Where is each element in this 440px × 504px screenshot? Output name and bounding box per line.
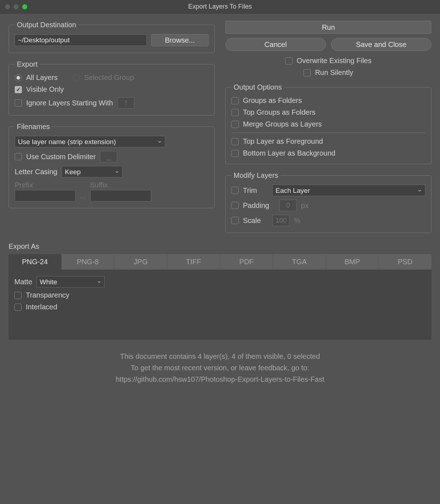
modify-layers-group: Modify Layers Trim Each Layer Padding px…: [225, 171, 431, 233]
run-silently-label: Run Silently: [315, 68, 353, 77]
tab-tiff[interactable]: TIFF: [167, 254, 220, 270]
output-destination-group: Output Destination Browse...: [9, 21, 215, 53]
suffix-label: Suffix: [90, 181, 108, 189]
trim-mode-select[interactable]: Each Layer: [272, 185, 425, 196]
custom-delimiter-input[interactable]: [100, 151, 117, 162]
tab-png8[interactable]: PNG-8: [62, 254, 115, 270]
minimize-icon[interactable]: [14, 4, 19, 9]
interlaced-checkbox[interactable]: [14, 304, 21, 311]
prefix-label: Prefix: [15, 181, 76, 189]
groups-as-folders-checkbox[interactable]: [231, 97, 239, 104]
custom-delimiter-checkbox[interactable]: [15, 153, 22, 160]
export-as-tabs: PNG-24 PNG-8 JPG TIFF PDF TGA BMP PSD: [9, 254, 431, 270]
window-title: Export Layers To Files: [0, 3, 440, 10]
matte-label: Matte: [14, 278, 32, 286]
trim-checkbox[interactable]: [231, 187, 239, 194]
all-layers-radio[interactable]: [15, 74, 22, 81]
top-groups-as-folders-checkbox[interactable]: [231, 109, 239, 116]
output-path-input[interactable]: [15, 34, 147, 46]
footer-line1: This document contains 4 layer(s), 4 of …: [14, 351, 426, 362]
output-options-group: Output Options Groups as Folders Top Gro…: [225, 83, 431, 164]
top-layer-fg-label: Top Layer as Foreground: [243, 137, 323, 146]
interlaced-label: Interlaced: [26, 303, 57, 311]
bottom-layer-bg-checkbox[interactable]: [231, 150, 239, 157]
prefix-input[interactable]: [15, 190, 76, 201]
modify-layers-legend: Modify Layers: [231, 171, 281, 180]
matte-select[interactable]: White: [37, 276, 105, 287]
tab-png24[interactable]: PNG-24: [9, 254, 62, 270]
filenames-legend: Filenames: [15, 123, 52, 131]
visible-only-checkbox[interactable]: [15, 86, 22, 93]
maximize-icon[interactable]: [22, 4, 27, 9]
padding-label: Padding: [243, 201, 275, 210]
bottom-layer-bg-label: Bottom Layer as Background: [243, 149, 335, 157]
ignore-prefix-input[interactable]: [117, 97, 134, 109]
naming-select[interactable]: Use layer name (strip extension): [15, 136, 165, 147]
tab-jpg[interactable]: JPG: [114, 254, 167, 270]
letter-casing-label: Letter Casing: [15, 168, 57, 176]
output-options-legend: Output Options: [231, 83, 284, 91]
tab-tga[interactable]: TGA: [273, 254, 326, 270]
export-group: Export All Layers Selected Group Visible…: [9, 60, 215, 115]
ellipsis: ...: [80, 192, 86, 200]
padding-unit: px: [301, 201, 309, 210]
selected-group-label: Selected Group: [84, 73, 134, 82]
transparency-checkbox[interactable]: [14, 292, 21, 299]
run-silently-checkbox[interactable]: [303, 69, 311, 76]
transparency-label: Transparency: [26, 291, 70, 299]
scale-checkbox[interactable]: [231, 217, 239, 224]
tab-pdf[interactable]: PDF: [220, 254, 273, 270]
overwrite-label: Overwrite Existing Files: [297, 57, 372, 65]
merge-groups-label: Merge Groups as Layers: [243, 120, 322, 128]
top-layer-fg-checkbox[interactable]: [231, 138, 239, 145]
ignore-prefix-label: Ignore Layers Starting With: [26, 99, 113, 107]
scale-unit: %: [294, 217, 300, 225]
groups-as-folders-label: Groups as Folders: [243, 96, 302, 105]
export-as-label: Export As: [9, 242, 431, 251]
save-close-button[interactable]: Save and Close: [331, 38, 432, 51]
padding-input[interactable]: [279, 200, 297, 211]
trim-label: Trim: [243, 186, 268, 195]
browse-button[interactable]: Browse...: [151, 34, 209, 46]
footer-line3: https://github.com/hsw107/Photoshop-Expo…: [14, 374, 426, 385]
top-groups-as-folders-label: Top Groups as Folders: [243, 108, 315, 117]
overwrite-checkbox[interactable]: [285, 57, 292, 65]
scale-input[interactable]: [272, 215, 290, 226]
export-as-body: Matte White Transparency Interlaced: [9, 270, 431, 340]
selected-group-radio: [73, 74, 80, 81]
ignore-prefix-checkbox[interactable]: [15, 99, 22, 106]
output-destination-legend: Output Destination: [15, 21, 78, 29]
suffix-input[interactable]: [90, 190, 151, 201]
run-button[interactable]: Run: [225, 21, 431, 34]
close-icon[interactable]: [5, 4, 10, 9]
scale-label: Scale: [243, 217, 268, 225]
cancel-button[interactable]: Cancel: [225, 38, 326, 51]
custom-delimiter-label: Use Custom Delimiter: [26, 153, 96, 161]
footer: This document contains 4 layer(s), 4 of …: [0, 340, 440, 392]
merge-groups-checkbox[interactable]: [231, 121, 239, 128]
titlebar: Export Layers To Files: [0, 0, 440, 14]
padding-checkbox[interactable]: [231, 202, 239, 209]
footer-line2: To get the most recent version, or leave…: [14, 362, 426, 374]
letter-casing-select[interactable]: Keep: [62, 166, 123, 177]
visible-only-label: Visible Only: [26, 85, 64, 94]
filenames-group: Filenames Use layer name (strip extensio…: [9, 123, 215, 208]
tab-bmp[interactable]: BMP: [326, 254, 379, 270]
export-legend: Export: [15, 60, 40, 68]
tab-psd[interactable]: PSD: [379, 254, 431, 270]
all-layers-label: All Layers: [26, 73, 58, 82]
